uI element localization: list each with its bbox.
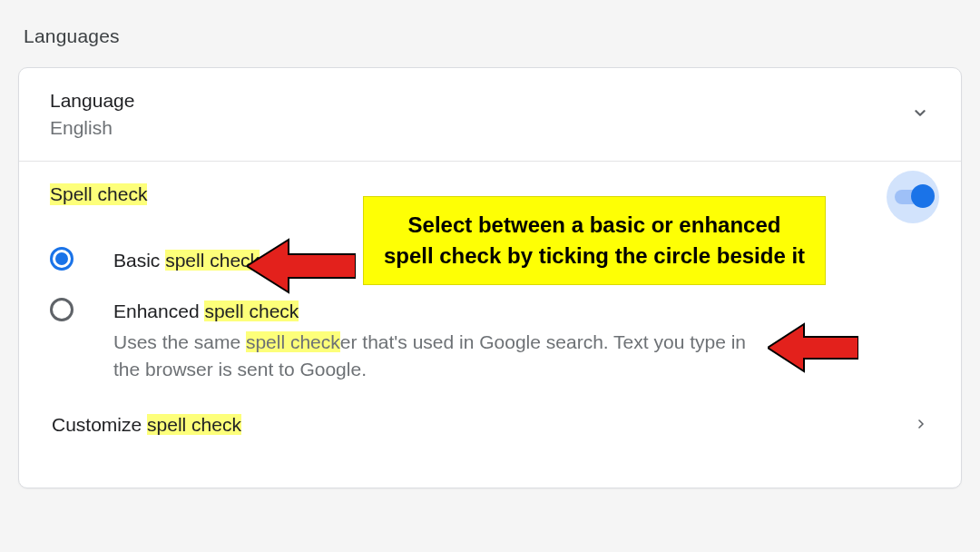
section-title: Languages	[18, 25, 962, 67]
language-label: Language	[50, 90, 134, 112]
customize-spell-check-row[interactable]: Customize spell check	[50, 407, 930, 439]
language-row[interactable]: Language English	[19, 68, 961, 161]
spell-check-title: Spell check	[50, 183, 147, 205]
annotation-callout: Select between a basic or enhanced spell…	[363, 196, 826, 285]
language-value: English	[50, 117, 134, 139]
enhanced-spell-check-option[interactable]: Enhanced spell check Uses the same spell…	[50, 298, 930, 383]
radio-enhanced[interactable]	[50, 298, 74, 321]
enhanced-description: Uses the same spell checker that's used …	[113, 329, 767, 383]
spell-check-toggle[interactable]	[887, 171, 939, 223]
radio-basic[interactable]	[50, 247, 74, 271]
chevron-down-icon[interactable]	[910, 103, 930, 126]
basic-label: Basic spell check	[113, 247, 260, 274]
chevron-right-icon[interactable]	[914, 414, 928, 436]
page: Languages Language English Spell check	[0, 0, 980, 507]
customize-label: Customize spell check	[52, 414, 241, 436]
enhanced-label: Enhanced spell check	[113, 298, 767, 325]
